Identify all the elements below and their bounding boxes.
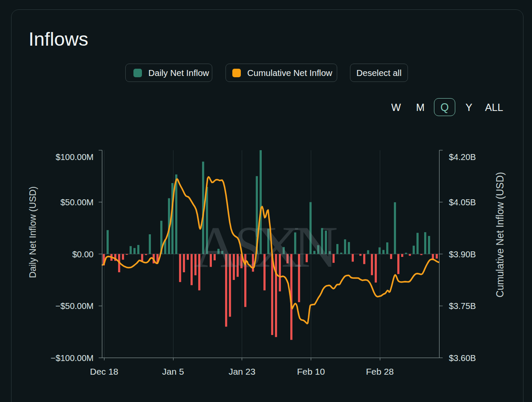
svg-text:$4.05B: $4.05B (449, 198, 476, 207)
svg-text:$0.00: $0.00 (72, 250, 93, 259)
svg-text:−$100.00M: −$100.00M (51, 353, 94, 363)
svg-text:Jan 23: Jan 23 (228, 367, 255, 376)
svg-text:$4.20B: $4.20B (449, 152, 476, 162)
svg-text:Feb 28: Feb 28 (366, 367, 393, 376)
svg-text:$3.75B: $3.75B (449, 301, 476, 311)
svg-text:Jan 5: Jan 5 (162, 367, 184, 376)
svg-text:$50.00M: $50.00M (61, 198, 94, 207)
svg-text:Dec 18: Dec 18 (90, 367, 119, 376)
svg-text:$100.00M: $100.00M (56, 152, 94, 162)
svg-text:N: N (293, 214, 338, 279)
svg-text:−$50.00M: −$50.00M (55, 301, 94, 311)
svg-text:A: A (194, 214, 239, 279)
svg-text:Feb 10: Feb 10 (297, 367, 325, 376)
svg-text:$3.60B: $3.60B (449, 353, 476, 363)
svg-text:$3.90B: $3.90B (449, 250, 476, 259)
